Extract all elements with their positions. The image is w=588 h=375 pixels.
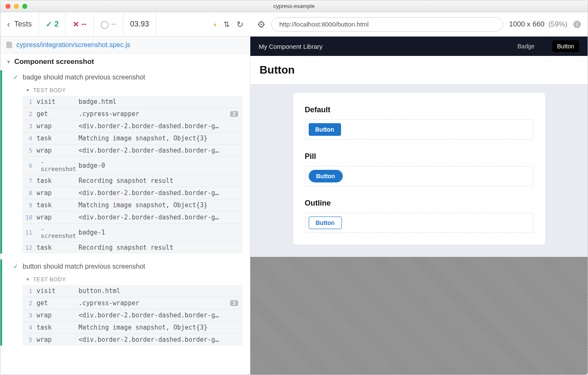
nav-link-badge[interactable]: Badge xyxy=(512,40,539,52)
variant-heading: Outline xyxy=(305,199,533,208)
svg-point-1 xyxy=(261,24,262,25)
pending-tests-count[interactable]: ◯ -- xyxy=(94,12,123,36)
variant-heading: Pill xyxy=(305,152,533,161)
button-pill[interactable]: Button xyxy=(309,170,343,182)
command-row[interactable]: 12taskRecording snapshot result xyxy=(22,242,242,254)
minimize-window-button[interactable] xyxy=(14,4,19,9)
command-name: get xyxy=(37,110,79,118)
variant-outline: Outline Button xyxy=(305,199,533,233)
command-number: 6 xyxy=(25,162,37,169)
info-icon[interactable]: i xyxy=(573,21,581,28)
command-message: button.html xyxy=(79,287,238,295)
test-title: badge should match previous screenshot xyxy=(23,74,145,81)
toolbar-left: ‹ Tests ✓ 2 ✕ -- ◯ -- 03.93 ● ⇅ ↻ xyxy=(0,12,250,36)
command-row[interactable]: 5wrap<div.border-2.border-dashed.border-… xyxy=(22,145,242,157)
rerun-icon[interactable]: ↻ xyxy=(236,19,244,29)
back-to-tests-button[interactable]: ‹ Tests xyxy=(0,12,39,36)
page-title: Button xyxy=(260,63,578,77)
example-box: Button xyxy=(305,119,533,140)
command-name: visit xyxy=(37,287,79,295)
spec-file-header[interactable]: cypress/integration/screenshot.spec.js xyxy=(0,37,250,53)
button-default[interactable]: Button xyxy=(309,123,341,136)
app-window: cypress-example ‹ Tests ✓ 2 ✕ -- ◯ -- 03… xyxy=(0,0,588,375)
caret-down-icon: ▼ xyxy=(26,277,30,282)
auto-scroll-icon[interactable]: ⇅ xyxy=(223,20,230,29)
command-name: task xyxy=(37,201,79,209)
command-row[interactable]: 10wrap<div.border-2.border-dashed.border… xyxy=(22,211,242,224)
component-card: Default Button Pill Button Outline xyxy=(293,93,545,245)
command-number: 4 xyxy=(25,324,37,331)
app-brand[interactable]: My Component Library xyxy=(259,43,323,50)
example-box: Button xyxy=(305,213,533,233)
nav-link-button[interactable]: Button xyxy=(552,40,579,52)
command-name: wrap xyxy=(37,189,79,197)
command-name: wrap xyxy=(37,147,79,154)
command-row[interactable]: 9taskMatching image snapshot, Object{3} xyxy=(22,199,242,211)
command-number: 12 xyxy=(25,244,37,251)
variant-heading: Default xyxy=(305,106,533,114)
command-number: 7 xyxy=(25,177,37,184)
suite-title: Component screenshot xyxy=(14,58,94,66)
command-row[interactable]: 7taskRecording snapshot result xyxy=(22,175,242,187)
main-split: cypress/integration/screenshot.spec.js ▼… xyxy=(0,37,588,375)
test-title: button should match previous screenshot xyxy=(23,263,145,270)
app-navbar: My Component Library Badge Button xyxy=(250,37,588,56)
command-row[interactable]: 6- screenshotbadge-0 xyxy=(22,157,242,175)
passed-tests-count[interactable]: ✓ 2 xyxy=(39,12,66,36)
suite-header[interactable]: ▼ Component screenshot xyxy=(0,53,250,70)
command-name: task xyxy=(37,324,79,331)
command-row[interactable]: 1visitbadge.html xyxy=(22,96,242,108)
command-row[interactable]: 4taskMatching image snapshot, Object{3} xyxy=(22,322,242,334)
url-input[interactable]: http://localhost:8000/button.html xyxy=(271,17,503,32)
command-message: <div.border-2.border-dashed.border-g… xyxy=(79,147,238,154)
command-name: wrap xyxy=(37,214,79,221)
command-message: Matching image snapshot, Object{3} xyxy=(79,324,238,331)
command-row[interactable]: 4taskMatching image snapshot, Object{3} xyxy=(22,132,242,145)
command-number: 9 xyxy=(25,202,37,209)
spec-file-path: cypress/integration/screenshot.spec.js xyxy=(16,41,130,49)
command-row[interactable]: 2get.cypress-wrapper3 xyxy=(22,297,242,309)
command-row[interactable]: 3wrap<div.border-2.border-dashed.border-… xyxy=(22,309,242,322)
back-label: Tests xyxy=(14,20,32,29)
command-row[interactable]: 2get.cypress-wrapper2 xyxy=(22,108,242,120)
command-row[interactable]: 3wrap<div.border-2.border-dashed.border-… xyxy=(22,120,242,132)
traffic-lights xyxy=(0,4,27,9)
command-number: 4 xyxy=(25,135,37,142)
check-icon: ✓ xyxy=(13,263,18,270)
close-window-button[interactable] xyxy=(5,4,10,9)
command-name: wrap xyxy=(37,122,79,130)
command-name: visit xyxy=(37,98,79,106)
command-row[interactable]: 5wrap<div.border-2.border-dashed.border-… xyxy=(22,334,242,346)
command-row[interactable]: 8wrap<div.border-2.border-dashed.border-… xyxy=(22,187,242,199)
test-row[interactable]: ✓badge should match previous screenshot xyxy=(2,70,250,85)
command-name: wrap xyxy=(37,312,79,319)
command-message: <div.border-2.border-dashed.border-g… xyxy=(79,122,238,130)
test-body-label[interactable]: ▼TEST BODY xyxy=(2,274,250,285)
test-row[interactable]: ✓button should match previous screenshot xyxy=(2,259,250,274)
command-message: <div.border-2.border-dashed.border-g… xyxy=(79,189,238,197)
test-body-label[interactable]: ▼TEST BODY xyxy=(2,85,250,96)
command-number: 5 xyxy=(25,336,37,343)
command-log-panel: cypress/integration/screenshot.spec.js ▼… xyxy=(0,37,250,375)
button-outline[interactable]: Button xyxy=(309,217,342,229)
command-number: 2 xyxy=(25,111,37,117)
command-message: badge-1 xyxy=(79,229,238,236)
command-name: - screenshot xyxy=(37,159,79,172)
command-row[interactable]: 11- screenshotbadge-1 xyxy=(22,224,242,242)
command-number: 2 xyxy=(25,300,37,306)
variant-default: Default Button xyxy=(305,106,533,140)
toolbar: ‹ Tests ✓ 2 ✕ -- ◯ -- 03.93 ● ⇅ ↻ xyxy=(0,12,588,37)
command-number: 5 xyxy=(25,147,37,154)
window-title: cypress-example xyxy=(273,3,315,9)
app-preview-panel: My Component Library Badge Button Button… xyxy=(250,37,588,375)
selector-playground-icon[interactable] xyxy=(257,20,265,29)
test-container: ✓badge should match previous screenshot▼… xyxy=(0,70,250,254)
failed-tests-count[interactable]: ✕ -- xyxy=(66,12,94,36)
app-page-header: Button xyxy=(250,56,588,85)
command-number: 10 xyxy=(25,214,37,221)
command-message: <div.border-2.border-dashed.border-g… xyxy=(79,336,238,343)
maximize-window-button[interactable] xyxy=(22,4,27,9)
command-row[interactable]: 1visitbutton.html xyxy=(22,285,242,297)
caret-down-icon: ▼ xyxy=(6,59,11,64)
chevron-left-icon: ‹ xyxy=(7,19,10,29)
